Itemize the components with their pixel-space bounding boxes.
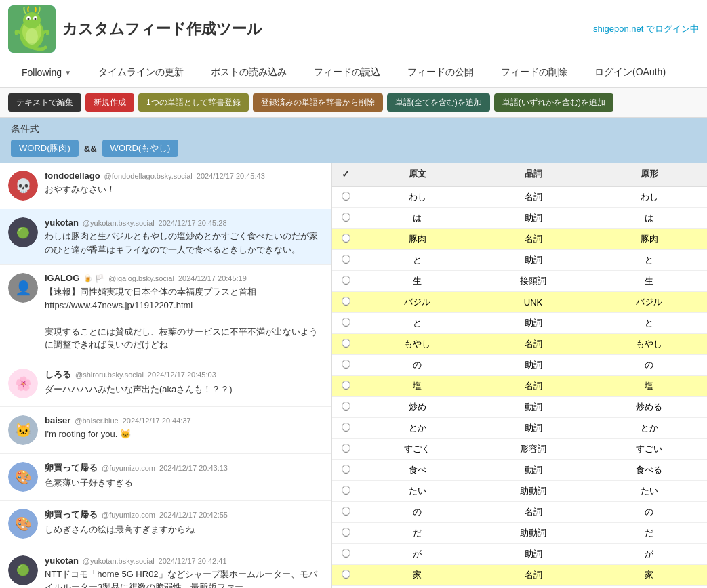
cell-text-0: わし [359, 186, 475, 208]
post-name-1: yukotan [45, 217, 79, 228]
cell-base-10: 炒める [591, 397, 707, 418]
post-4[interactable]: 🐱 baiser @baiser.blue 2024/12/17 20:44:3… [0, 407, 331, 454]
post-name-2: IGALOG [45, 273, 79, 283]
radio-cell-5[interactable] [332, 292, 359, 313]
add-word-all-button[interactable]: 単語(全てを含む)を追加 [387, 93, 490, 112]
post-text-3: ダーハハハハみたいな声出た(akaさんも！？？) [45, 383, 323, 396]
post-name-6: 卵買って帰る [45, 509, 98, 521]
post-text-6: しめぎさんの絵は最高すぎますからね [45, 523, 323, 537]
post-time-1: 2024/12/17 20:45:28 [159, 219, 227, 227]
nav-following-label: Following [22, 67, 62, 78]
table-row: 豚肉名詞豚肉 [332, 229, 707, 250]
nav-timeline-update[interactable]: タイムラインの更新 [85, 61, 197, 84]
condition-tag-0[interactable]: WORD(豚肉) [11, 140, 79, 157]
post-5[interactable]: 🎨 卵買って帰る @fuyumizo.com 2024/12/17 20:43:… [0, 454, 331, 501]
cell-text-14: たい [359, 481, 475, 502]
radio-cell-7[interactable] [332, 334, 359, 355]
post-1[interactable]: 🟢 yukotan @yukotan.bsky.social 2024/12/1… [0, 209, 331, 265]
post-header-7: yukotan @yukotan.bsky.social 2024/12/17 … [45, 555, 323, 566]
cell-base-4: 生 [591, 271, 707, 292]
cell-base-2: 豚肉 [591, 229, 707, 250]
nav-feed-read[interactable]: フィードの読込 [300, 61, 394, 84]
cell-pos-15: 名詞 [475, 502, 591, 523]
avatar-3: 🌸 [8, 369, 38, 398]
radio-cell-11[interactable] [332, 418, 359, 439]
table-row: は助詞は [332, 208, 707, 229]
radio-cell-9[interactable] [332, 376, 359, 397]
new-create-button[interactable]: 新規作成 [85, 93, 134, 112]
table-row: が助詞が [332, 544, 707, 565]
cell-pos-14: 助動詞 [475, 481, 591, 502]
post-body-5: 卵買って帰る @fuyumizo.com 2024/12/17 20:43:13… [45, 462, 323, 492]
cell-pos-3: 助詞 [475, 250, 591, 271]
nav-feed-publish[interactable]: フィードの公開 [394, 61, 487, 84]
post-header-5: 卵買って帰る @fuyumizo.com 2024/12/17 20:43:13 [45, 462, 323, 474]
cell-text-9: 塩 [359, 376, 475, 397]
post-name-0: fondodellago [45, 171, 100, 181]
post-body-3: しろる @shiroru.bsky.social 2024/12/17 20:4… [45, 369, 323, 398]
cell-pos-5: UNK [475, 292, 591, 313]
cell-base-11: とか [591, 418, 707, 439]
cell-text-1: は [359, 208, 475, 229]
posts-panel[interactable]: 💀 fondodellago @fondodellago.bsky.social… [0, 163, 332, 588]
add-word-any-button[interactable]: 単語(いずれかを含む)を追加 [494, 93, 613, 112]
nav-login-oauth[interactable]: ログイン(OAuth) [581, 61, 679, 84]
cell-pos-11: 助詞 [475, 418, 591, 439]
post-7[interactable]: 🟢 yukotan @yukotan.bsky.social 2024/12/1… [0, 547, 331, 589]
radio-cell-12[interactable] [332, 439, 359, 460]
post-header-6: 卵買って帰る @fuyumizo.com 2024/12/17 20:42:55 [45, 509, 323, 521]
radio-cell-13[interactable] [332, 460, 359, 481]
analysis-panel: ✓ 原文 品詞 原形 わし名詞わしは助詞は豚肉名詞豚肉と助詞と生接頭詞生バジルU… [332, 163, 707, 588]
cell-text-15: の [359, 502, 475, 523]
radio-cell-8[interactable] [332, 355, 359, 376]
col-check: ✓ [332, 163, 359, 186]
radio-cell-3[interactable] [332, 250, 359, 271]
edit-text-button[interactable]: テキストで編集 [8, 93, 81, 112]
post-name-3: しろる [45, 369, 71, 381]
logo-image [8, 5, 56, 53]
post-body-7: yukotan @yukotan.bsky.social 2024/12/17 … [45, 555, 323, 589]
header-logo: カスタムフィード作成ツール [8, 5, 262, 53]
cell-text-5: バジル [359, 292, 475, 313]
post-handle-7: @yukotan.bsky.social [83, 557, 155, 565]
conditions-area: 条件式 WORD(豚肉) && WORD(もやし) [0, 118, 707, 163]
register-word-button[interactable]: 1つの単語として辞書登録 [138, 93, 249, 112]
cell-base-6: と [591, 313, 707, 334]
post-handle-2: @igalog.bsky.social [108, 274, 174, 282]
post-handle-6: @fuyumizo.com [102, 511, 155, 519]
nav-following[interactable]: Following ▼ [8, 62, 85, 83]
radio-cell-19[interactable] [332, 586, 359, 589]
radio-cell-16[interactable] [332, 523, 359, 544]
nav-feed-delete[interactable]: フィードの削除 [487, 61, 581, 84]
post-0[interactable]: 💀 fondodellago @fondodellago.bsky.social… [0, 163, 331, 209]
post-3[interactable]: 🌸 しろる @shiroru.bsky.social 2024/12/17 20… [0, 360, 331, 407]
delete-word-button[interactable]: 登録済みの単語を辞書から削除 [253, 93, 383, 112]
post-text-2: 【速報】同性婚実現で日本全体の幸福度プラスと首相 https://www.47n… [45, 285, 323, 352]
table-row: 塩名詞塩 [332, 376, 707, 397]
cell-pos-12: 形容詞 [475, 439, 591, 460]
radio-cell-18[interactable] [332, 565, 359, 586]
radio-cell-1[interactable] [332, 208, 359, 229]
post-6[interactable]: 🎨 卵買って帰る @fuyumizo.com 2024/12/17 20:42:… [0, 501, 331, 547]
radio-cell-2[interactable] [332, 229, 359, 250]
radio-cell-4[interactable] [332, 271, 359, 292]
nav-post-load[interactable]: ポストの読み込み [197, 61, 300, 84]
avatar-0: 💀 [8, 171, 38, 201]
cell-base-5: バジル [591, 292, 707, 313]
table-row: 生接頭詞生 [332, 271, 707, 292]
cell-pos-2: 名詞 [475, 229, 591, 250]
post-time-2: 2024/12/17 20:45:19 [178, 274, 247, 282]
radio-cell-14[interactable] [332, 481, 359, 502]
avatar-2: 👤 [8, 273, 38, 303]
post-header-0: fondodellago @fondodellago.bsky.social 2… [45, 171, 323, 181]
post-time-4: 2024/12/17 20:44:37 [123, 417, 191, 425]
radio-cell-17[interactable] [332, 544, 359, 565]
post-name-4: baiser [45, 415, 70, 425]
cell-base-17: が [591, 544, 707, 565]
post-2[interactable]: 👤 IGALOG 🍺 🏳️ @igalog.bsky.social 2024/1… [0, 265, 331, 360]
radio-cell-0[interactable] [332, 186, 359, 208]
condition-tag-1[interactable]: WORD(もやし) [102, 140, 179, 157]
radio-cell-15[interactable] [332, 502, 359, 523]
radio-cell-6[interactable] [332, 313, 359, 334]
radio-cell-10[interactable] [332, 397, 359, 418]
